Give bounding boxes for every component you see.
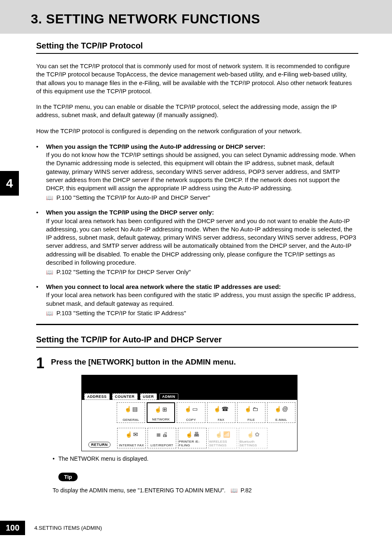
file-button[interactable]: ☝🗀 FILE [237,402,265,423]
button-label: FAX [218,418,224,422]
tab-admin[interactable]: ADMIN [159,393,178,400]
admin-menu-screenshot: ADDRESS COUNTER USER ADMIN ☝▤ GENERAL ☝⊞… [81,375,297,451]
button-label: NETWORK [152,418,170,421]
button-label: INTERNET FAX [119,443,144,447]
hand-icon: ☝ [154,406,161,412]
book-icon: 📖 [46,310,53,316]
button-label: LIST/REPORT [150,443,173,447]
button-label: Bluetooth SETTINGS [240,440,267,447]
page-reference: 📖 P.103 "Setting the TCP/IP for Static I… [46,309,358,316]
network-icon: ⊞ [162,406,167,412]
tip-badge: Tip [58,473,78,481]
hand-icon: ☝ [184,406,191,412]
reference-text: P.102 "Setting the TCP/IP for DHCP Serve… [56,268,191,275]
tip-body: To display the ADMIN menu, see "1.ENTERI… [53,487,226,494]
bluetooth-icon: ✿ [255,432,260,437]
bullet-marker: • [36,283,46,308]
copy-button[interactable]: ☝▭ COPY [177,402,205,423]
tip-reference: P.82 [241,487,252,494]
chapter-title: 3. SETTING NETWORK FUNCTIONS [31,12,260,27]
paragraph: In the TCP/IP menu, you can enable or di… [36,103,358,120]
hand-icon: ☝ [125,406,131,412]
bullet-text: If you do not know how the TCP/IP settin… [46,151,355,192]
wireless-icon: 📶 [223,432,230,437]
wireless-settings-button[interactable]: ☝📶 WIRELESS SETTINGS [208,428,237,448]
bullet-title: When you connect to local area network w… [46,283,281,290]
button-label: WIRELESS SETTINGS [209,440,236,447]
button-row-2: RETURN ☝✉ INTERNET FAX ≣🖨 LIST/REPORT ☝🖶… [82,425,297,451]
bullet-item: • When you assign the TCP/IP using the A… [36,143,358,193]
report-icon: 🖨 [162,432,168,437]
general-button[interactable]: ☝▤ GENERAL [117,402,145,423]
hand-icon: ☝ [125,432,132,437]
display-header-bar [82,375,297,392]
bullet-title: When you assign the TCP/IP using the Aut… [46,143,265,150]
hand-icon: ☝ [274,406,281,412]
page-reference: 📖 P.102 "Setting the TCP/IP for DHCP Ser… [46,268,358,275]
stack-icon: ▤ [132,406,138,412]
bullet-item: • When you assign the TCP/IP using the D… [36,208,358,267]
button-row-1: ☝▤ GENERAL ☝⊞ NETWORK ☝▭ COPY ☝☎ FAX ☝🗀 … [82,400,297,425]
chapter-tab: 4 [0,171,19,196]
button-label: E-MAIL [275,418,287,422]
section-heading-autoip-dhcp: Setting the TCP/IP for Auto-IP and DHCP … [36,335,358,348]
bullet-marker: • [36,208,46,267]
list-icon: ≣ [156,432,161,437]
step-number: 1 [36,356,51,371]
chapter-header-bar: 3. SETTING NETWORK FUNCTIONS [0,0,392,34]
footer-chapter-label: 4.SETTING ITEMS (ADMIN) [34,525,102,531]
book-icon: 📖 [231,487,238,494]
fax-icon: ☎ [221,406,228,412]
section-heading-tcpip-protocol: Setting the TCP/IP Protocol [36,41,358,54]
printer-efiling-button[interactable]: ☝🖶 PRINTER /E-FILING [178,428,207,448]
book-icon: 📖 [46,269,53,275]
page-footer: 100 4.SETTING ITEMS (ADMIN) [0,521,102,535]
hand-icon: ☝ [244,406,251,412]
tab-user[interactable]: USER [140,393,157,400]
step-title: Press the [NETWORK] button in the ADMIN … [51,356,236,367]
tip-text: To display the ADMIN menu, see "1.ENTERI… [53,487,358,494]
step-note: The NETWORK menu is displayed. [53,455,358,462]
button-label: GENERAL [122,418,139,422]
page-number: 100 [0,521,25,535]
button-label: FILE [247,418,255,422]
hand-icon: ☝ [186,432,193,437]
internet-fax-button[interactable]: ☝✉ INTERNET FAX [117,428,146,448]
tab-counter[interactable]: COUNTER [112,393,138,400]
bullet-title: When you assign the TCP/IP using the DHC… [46,209,214,216]
button-label: PRINTER /E-FILING [179,440,206,447]
bullet-text: If your local area network has been conf… [46,291,356,307]
divider [36,324,358,325]
page-reference: 📖 P.100 "Setting the TCP/IP for Auto-IP … [46,194,358,201]
fax-button[interactable]: ☝☎ FAX [207,402,235,423]
tab-bar: ADDRESS COUNTER USER ADMIN [82,392,297,400]
printer-icon: 🖶 [194,432,199,437]
network-button[interactable]: ☝⊞ NETWORK [147,402,175,423]
copy-icon: ▭ [192,406,198,412]
reference-text: P.103 "Setting the TCP/IP for Static IP … [56,309,186,316]
paragraph: You can set the TCP/IP protocol that is … [36,62,358,95]
at-icon: @ [282,406,288,412]
tab-address[interactable]: ADDRESS [84,393,110,400]
book-icon: 📖 [46,194,53,201]
bullet-text: If your local area network has been conf… [46,217,356,266]
list-report-button[interactable]: ≣🖨 LIST/REPORT [148,428,176,448]
hand-icon: ☝ [215,432,222,437]
reference-text: P.100 "Setting the TCP/IP for Auto-IP an… [56,194,210,201]
paragraph: How the TCP/IP protocol is configured is… [36,127,358,135]
hand-icon: ☝ [214,406,221,412]
bullet-item: • When you connect to local area network… [36,283,358,308]
button-label: COPY [186,418,196,422]
step-row: 1 Press the [NETWORK] button in the ADMI… [36,356,358,371]
ifax-icon: ✉ [133,432,138,437]
folder-icon: 🗀 [252,406,258,412]
hand-icon: ☝ [247,432,254,437]
email-button[interactable]: ☝@ E-MAIL [267,402,295,423]
bluetooth-settings-button[interactable]: ☝✿ Bluetooth SETTINGS [239,428,267,448]
return-button[interactable]: RETURN [88,442,111,448]
bullet-marker: • [36,143,46,193]
